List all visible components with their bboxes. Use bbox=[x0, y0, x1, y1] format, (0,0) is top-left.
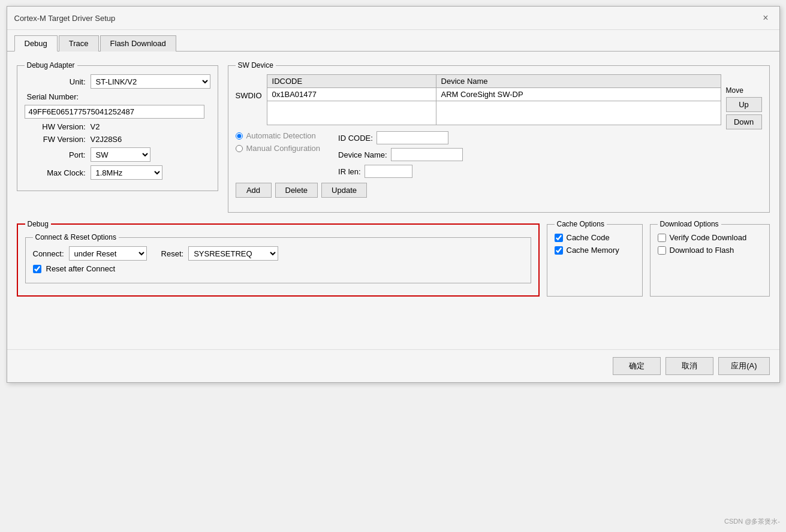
ir-len-label: IR len: bbox=[338, 167, 361, 176]
debug-adapter-fieldset: Debug Adapter Unit: ST-LINK/V2 Serial Nu… bbox=[17, 61, 218, 191]
reset-select[interactable]: SYSRESETREQ VECTRESET Soft Reset bbox=[188, 246, 278, 261]
connect-select[interactable]: under Reset Normal with Pre-reset bbox=[69, 246, 147, 261]
tab-flash-download[interactable]: Flash Download bbox=[100, 35, 176, 52]
cell-idcode: 0x1BA01477 bbox=[267, 88, 436, 101]
id-code-label: ID CODE: bbox=[338, 134, 373, 143]
tab-trace[interactable]: Trace bbox=[59, 35, 99, 52]
port-select[interactable]: SW bbox=[91, 147, 150, 162]
serial-number-display: 49FF6E065177575041252487 bbox=[25, 105, 204, 119]
serial-label-row: Serial Number: bbox=[25, 92, 210, 101]
fw-row: FW Version: V2J28S6 bbox=[25, 135, 210, 144]
max-clock-row: Max Clock: 1.8MHz 4MHz 8MHz bbox=[25, 165, 210, 180]
add-button[interactable]: Add bbox=[236, 183, 272, 198]
max-clock-label: Max Clock: bbox=[25, 168, 91, 177]
id-code-row: ID CODE: bbox=[338, 131, 463, 144]
auto-detect-label: Automatic Detection bbox=[246, 131, 316, 140]
unit-label: Unit: bbox=[25, 77, 91, 86]
apply-button[interactable]: 应用(A) bbox=[718, 357, 769, 375]
radio-column: Automatic Detection Manual Configuration bbox=[236, 131, 321, 153]
cache-memory-checkbox[interactable] bbox=[555, 246, 563, 255]
cache-options-legend: Cache Options bbox=[555, 220, 607, 228]
download-options-fieldset: Download Options Verify Code Download Do… bbox=[650, 220, 770, 297]
debug-fieldset: Debug Connect & Reset Options Connect: u… bbox=[17, 220, 540, 297]
unit-select[interactable]: ST-LINK/V2 bbox=[91, 74, 210, 89]
watermark: CSDN @多茶煲水- bbox=[724, 517, 780, 526]
id-fields-column: ID CODE: Device Name: IR len: bbox=[338, 131, 463, 178]
bottom-section: Debug Connect & Reset Options Connect: u… bbox=[17, 220, 770, 304]
cache-code-checkbox[interactable] bbox=[555, 234, 563, 242]
fw-value: V2J28S6 bbox=[91, 135, 122, 144]
detection-area: Automatic Detection Manual Configuration bbox=[236, 131, 721, 178]
tab-debug[interactable]: Debug bbox=[14, 35, 58, 52]
reset-after-connect-label: Reset after Connect bbox=[46, 264, 116, 273]
download-to-flash-label: Download to Flash bbox=[670, 246, 734, 255]
cache-memory-label: Cache Memory bbox=[567, 246, 619, 255]
ok-button[interactable]: 确定 bbox=[613, 357, 661, 375]
download-options-legend: Download Options bbox=[658, 220, 721, 228]
col-idcode: IDCODE bbox=[267, 75, 436, 88]
close-button[interactable]: × bbox=[759, 11, 772, 25]
cache-code-label: Cache Code bbox=[567, 233, 610, 242]
connect-label: Connect: bbox=[33, 249, 64, 258]
cache-code-row: Cache Code bbox=[555, 233, 635, 242]
auto-detect-radio[interactable] bbox=[236, 132, 243, 140]
debug-adapter-section: Debug Adapter Unit: ST-LINK/V2 Serial Nu… bbox=[17, 61, 218, 213]
ir-len-row: IR len: bbox=[338, 165, 463, 178]
connect-reset-legend: Connect & Reset Options bbox=[33, 233, 119, 241]
table-row-empty bbox=[267, 101, 721, 125]
port-row: Port: SW bbox=[25, 147, 210, 162]
device-name-row: Device Name: bbox=[338, 148, 463, 161]
sw-device-section: SW Device SWDIO IDCODE Device bbox=[228, 61, 770, 213]
max-clock-select[interactable]: 1.8MHz 4MHz 8MHz bbox=[91, 165, 162, 180]
debug-legend: Debug bbox=[25, 220, 51, 228]
main-content: Debug Adapter Unit: ST-LINK/V2 Serial Nu… bbox=[7, 52, 779, 349]
serial-value-row: 49FF6E065177575041252487 bbox=[25, 105, 210, 119]
hw-value: V2 bbox=[91, 122, 100, 131]
auto-detect-option: Automatic Detection bbox=[236, 131, 321, 140]
footer: 确定 取消 应用(A) bbox=[7, 349, 779, 382]
verify-code-label: Verify Code Download bbox=[670, 233, 747, 242]
debug-adapter-legend: Debug Adapter bbox=[25, 61, 77, 69]
col-device-name: Device Name bbox=[436, 75, 721, 88]
cell-device-name: ARM CoreSight SW-DP bbox=[436, 88, 721, 101]
device-name-input[interactable] bbox=[391, 148, 463, 161]
sw-device-inner: SWDIO IDCODE Device Name bbox=[236, 74, 762, 198]
update-button[interactable]: Update bbox=[321, 183, 367, 198]
cancel-button[interactable]: 取消 bbox=[665, 357, 713, 375]
manual-config-radio[interactable] bbox=[236, 145, 243, 152]
swdio-label: SWDIO bbox=[236, 74, 267, 100]
cache-options-fieldset: Cache Options Cache Code Cache Memory bbox=[547, 220, 643, 297]
hw-row: HW Version: V2 bbox=[25, 122, 210, 131]
hw-label: HW Version: bbox=[25, 122, 91, 131]
download-to-flash-checkbox[interactable] bbox=[658, 246, 666, 255]
serial-label: Serial Number: bbox=[25, 92, 79, 101]
device-name-label: Device Name: bbox=[338, 150, 387, 159]
sw-device-legend: SW Device bbox=[236, 61, 276, 69]
move-buttons: Move Up Down bbox=[726, 74, 762, 198]
sw-device-table: IDCODE Device Name 0x1BA01477 ARM CoreSi… bbox=[267, 74, 721, 125]
verify-code-checkbox[interactable] bbox=[658, 234, 666, 242]
main-window: Cortex-M Target Driver Setup × Debug Tra… bbox=[7, 6, 780, 383]
window-title: Cortex-M Target Driver Setup bbox=[14, 14, 116, 23]
table-row[interactable]: 0x1BA01477 ARM CoreSight SW-DP bbox=[267, 88, 721, 101]
ir-len-input[interactable] bbox=[365, 165, 412, 178]
top-section: Debug Adapter Unit: ST-LINK/V2 Serial Nu… bbox=[17, 61, 770, 213]
sw-device-fieldset: SW Device SWDIO IDCODE Device bbox=[228, 61, 770, 213]
delete-button[interactable]: Delete bbox=[275, 183, 318, 198]
download-to-flash-row: Download to Flash bbox=[658, 246, 762, 255]
port-label: Port: bbox=[25, 150, 91, 159]
spacer bbox=[17, 304, 770, 340]
reset-after-connect-checkbox[interactable] bbox=[33, 265, 41, 273]
manual-config-option: Manual Configuration bbox=[236, 144, 321, 153]
move-up-button[interactable]: Up bbox=[726, 97, 762, 112]
tab-bar: Debug Trace Flash Download bbox=[7, 30, 779, 52]
sw-table-wrapper: SWDIO IDCODE Device Name bbox=[236, 74, 721, 125]
move-down-button[interactable]: Down bbox=[726, 114, 762, 129]
id-code-input[interactable] bbox=[377, 131, 448, 144]
move-label: Move bbox=[726, 86, 762, 95]
title-bar: Cortex-M Target Driver Setup × bbox=[7, 7, 779, 30]
verify-code-row: Verify Code Download bbox=[658, 233, 762, 242]
manual-config-label: Manual Configuration bbox=[246, 144, 321, 153]
sw-table-area: SWDIO IDCODE Device Name bbox=[236, 74, 721, 198]
reset-after-connect-row: Reset after Connect bbox=[33, 264, 523, 273]
